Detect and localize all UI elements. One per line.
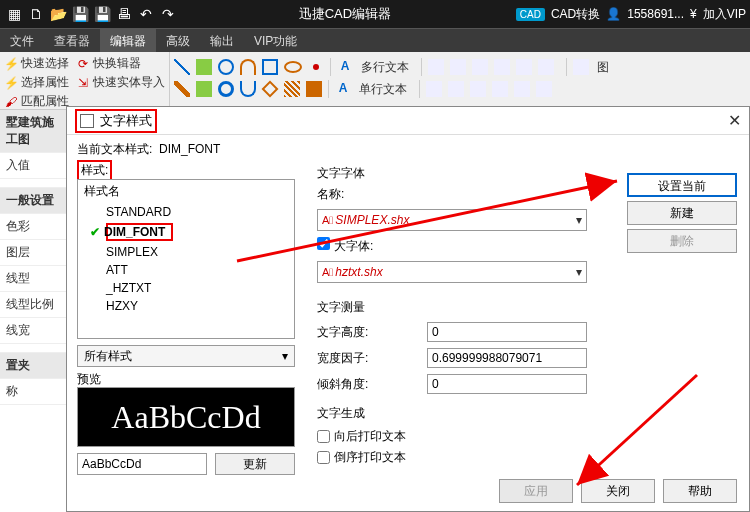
style-item-hztxt[interactable]: _HZTXT [78, 279, 294, 297]
menu-output[interactable]: 输出 [200, 29, 244, 52]
font-name-label: 名称: [317, 186, 377, 203]
dim11-tool-icon[interactable] [514, 81, 530, 97]
set-current-button[interactable]: 设置当前 [627, 173, 737, 197]
dim5-tool-icon[interactable] [516, 59, 532, 75]
font-name-dropdown[interactable]: AͯSIMPLEX.shx [317, 209, 587, 231]
lp-name[interactable]: 称 [0, 379, 66, 405]
yen-icon[interactable]: ¥ [690, 7, 697, 21]
save-icon[interactable]: 💾 [70, 4, 90, 24]
menu-viewer[interactable]: 查看器 [44, 29, 100, 52]
bigfont-checkbox[interactable] [317, 237, 330, 250]
open-icon[interactable]: 📂 [48, 4, 68, 24]
new-icon[interactable]: 🗋 [26, 4, 46, 24]
menu-vip[interactable]: VIP功能 [244, 29, 307, 52]
lp-values[interactable]: 入值 [0, 153, 66, 179]
spline-tool-icon[interactable] [174, 81, 190, 97]
text-a-icon[interactable]: A [337, 59, 353, 75]
gen-section-title: 文字生成 [317, 405, 587, 422]
user-label[interactable]: 1558691... [627, 7, 684, 21]
bigfont-checkbox-label[interactable]: 大字体: [317, 237, 373, 255]
cad-badge-icon: CAD [516, 8, 545, 21]
import-icon: ⇲ [76, 76, 90, 90]
dim8-tool-icon[interactable] [448, 81, 464, 97]
cad-convert-button[interactable]: CAD转换 [551, 6, 600, 23]
print-icon[interactable]: 🖶 [114, 4, 134, 24]
font-file-icon: Aͯ [322, 266, 333, 278]
dim6-tool-icon[interactable] [538, 59, 554, 75]
user-icon[interactable]: 👤 [606, 7, 621, 21]
text-a2-icon[interactable]: A [335, 81, 351, 97]
help-button[interactable]: 帮助 [663, 479, 737, 503]
upside-checkbox[interactable] [317, 451, 330, 464]
lightning-icon: ⚡ [4, 76, 18, 90]
close-icon[interactable]: ✕ [728, 111, 741, 130]
lp-general[interactable]: 一般设置 [0, 188, 66, 214]
dim7-tool-icon[interactable] [426, 81, 442, 97]
new-button[interactable]: 新建 [627, 201, 737, 225]
measure-section: 文字测量 文字高度: 宽度因子: 倾斜角度: [317, 299, 617, 400]
close-button[interactable]: 关闭 [581, 479, 655, 503]
lp-lineweight[interactable]: 线宽 [0, 318, 66, 344]
style-item-hzxy[interactable]: HZXY [78, 297, 294, 315]
singleline-text-button[interactable]: 单行文本 [359, 81, 407, 98]
undo-icon[interactable]: ↶ [136, 4, 156, 24]
ribbon-right: A 多行文本 图 A 单行文本 [170, 52, 750, 109]
point-tool-icon[interactable] [313, 64, 319, 70]
styles-label: 样式: [77, 160, 112, 181]
select-property[interactable]: ⚡选择属性 ⇲快速实体导入 [2, 73, 167, 92]
line-tool-icon[interactable] [174, 59, 190, 75]
polyline-tool-icon[interactable] [196, 59, 212, 75]
bottom-buttons: 应用 关闭 帮助 [499, 479, 737, 503]
left-panel: 墅建筑施工图 入值 一般设置 色彩 图层 线型 线型比例 线宽 置夹 称 [0, 110, 66, 405]
dim-tool-icon[interactable] [428, 59, 444, 75]
circle-tool-icon[interactable] [218, 59, 234, 75]
menu-advanced[interactable]: 高级 [156, 29, 200, 52]
brush-icon: 🖌 [4, 95, 18, 109]
quick-select[interactable]: ⚡快速选择 ⟳快换辑器 [2, 54, 167, 73]
dim12-tool-icon[interactable] [536, 81, 552, 97]
update-button[interactable]: 更新 [215, 453, 295, 475]
vip-button[interactable]: 加入VIP [703, 6, 746, 23]
hatch-tool-icon[interactable] [284, 81, 300, 97]
height-input[interactable] [427, 322, 587, 342]
menu-file[interactable]: 文件 [0, 29, 44, 52]
preview-input[interactable] [77, 453, 207, 475]
dim4-tool-icon[interactable] [494, 59, 510, 75]
oblique-input[interactable] [427, 374, 587, 394]
xline-tool-icon[interactable] [196, 81, 212, 97]
style-item-simplex[interactable]: SIMPLEX [78, 243, 294, 261]
saveas-icon[interactable]: 💾 [92, 4, 112, 24]
menu-editor[interactable]: 编辑器 [100, 29, 156, 52]
arc-tool-icon[interactable] [240, 59, 256, 75]
style-item-dimfont[interactable]: ✔ DIM_FONT [78, 221, 294, 243]
lp-layer[interactable]: 图层 [0, 240, 66, 266]
multiline-text-button[interactable]: 多行文本 [361, 59, 409, 76]
width-input[interactable] [427, 348, 587, 368]
dim3-tool-icon[interactable] [472, 59, 488, 75]
dim2-tool-icon[interactable] [450, 59, 466, 75]
style-list[interactable]: 样式名 STANDARD ✔ DIM_FONT SIMPLEX ATT _HZT… [77, 179, 295, 339]
lp-header2: 置夹 [0, 353, 66, 379]
arc2-tool-icon[interactable] [240, 81, 256, 97]
bigfont-dropdown[interactable]: Aͯhztxt.shx [317, 261, 587, 283]
lp-color[interactable]: 色彩 [0, 214, 66, 240]
width-label: 宽度因子: [317, 350, 427, 367]
image-tool-icon[interactable] [573, 59, 589, 75]
rect-tool-icon[interactable] [262, 59, 278, 75]
grid-icon[interactable]: ▦ [4, 4, 24, 24]
redo-icon[interactable]: ↷ [158, 4, 178, 24]
donut-tool-icon[interactable] [218, 81, 234, 97]
ellipse-tool-icon[interactable] [284, 61, 302, 73]
region-tool-icon[interactable] [306, 81, 322, 97]
text-style-dialog: 文字样式 ✕ 当前文本样式: DIM_FONT 样式: 样式名 STANDARD… [66, 106, 750, 512]
backward-checkbox[interactable] [317, 430, 330, 443]
upside-label: 倒序打印文本 [334, 449, 406, 466]
dim10-tool-icon[interactable] [492, 81, 508, 97]
style-item-standard[interactable]: STANDARD [78, 203, 294, 221]
style-item-att[interactable]: ATT [78, 261, 294, 279]
all-styles-dropdown[interactable]: 所有样式 [77, 345, 295, 367]
polygon-tool-icon[interactable] [262, 81, 279, 98]
lp-linetype[interactable]: 线型 [0, 266, 66, 292]
lp-linescale[interactable]: 线型比例 [0, 292, 66, 318]
dim9-tool-icon[interactable] [470, 81, 486, 97]
